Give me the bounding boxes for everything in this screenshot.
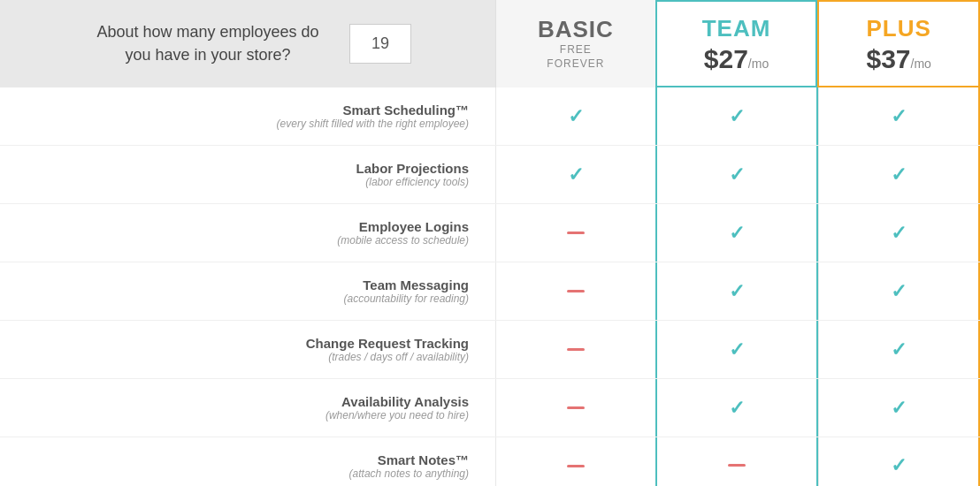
employee-question: About how many employees do you have in …	[84, 21, 332, 65]
feature-cell-team: ✓	[655, 379, 818, 437]
feature-row: Team Messaging (accountability for readi…	[0, 262, 980, 321]
plan-header-team: TEAM $27/mo	[655, 0, 818, 87]
feature-cell-basic	[495, 204, 655, 262]
feature-cell-plus: ✓	[818, 87, 980, 145]
feature-name: Availability Analysis	[18, 394, 469, 409]
feature-desc: (mobile access to schedule)	[18, 234, 469, 247]
feature-desc: (when/where you need to hire)	[18, 409, 469, 421]
feature-cell-basic	[495, 379, 655, 437]
feature-name: Labor Projections	[18, 161, 469, 176]
feature-name: Change Request Tracking	[18, 336, 469, 351]
feature-label: Change Request Tracking (trades / days o…	[0, 325, 495, 374]
header-row: About how many employees do you have in …	[0, 0, 980, 87]
feature-row: Change Request Tracking (trades / days o…	[0, 321, 980, 379]
feature-label: Employee Logins (mobile access to schedu…	[0, 209, 495, 257]
feature-cell-basic: ✓	[495, 146, 655, 203]
feature-label: Smart Notes™ (attach notes to anything)	[0, 442, 495, 486]
feature-cell-plus: ✓	[818, 437, 980, 486]
feature-row: Smart Notes™ (attach notes to anything) …	[0, 437, 980, 486]
plan-subtitle-basic: FREEFOREVER	[547, 43, 604, 71]
features-table: Smart Scheduling™ (every shift filled wi…	[0, 87, 980, 486]
feature-name: Smart Scheduling™	[18, 103, 469, 118]
feature-cell-team: ✓	[655, 146, 818, 203]
feature-cell-basic: ✓	[495, 87, 655, 145]
feature-label: Labor Projections (labor efficiency tool…	[0, 150, 495, 199]
feature-name: Team Messaging	[18, 277, 469, 292]
feature-cell-plus: ✓	[818, 204, 980, 262]
feature-desc: (attach notes to anything)	[18, 467, 469, 480]
plan-header-plus: PLUS $37/mo	[817, 0, 980, 87]
feature-cell-basic	[495, 321, 655, 378]
feature-row: Availability Analysis (when/where you ne…	[0, 379, 980, 437]
feature-cell-basic	[495, 262, 655, 320]
feature-label: Team Messaging (accountability for readi…	[0, 267, 495, 315]
employee-count-input[interactable]	[349, 24, 411, 64]
plan-name-plus: PLUS	[867, 15, 931, 42]
feature-name: Employee Logins	[18, 219, 469, 234]
feature-desc: (accountability for reading)	[18, 292, 469, 305]
plan-price-plus: $37/mo	[866, 46, 930, 72]
plan-header-basic: BASIC FREEFOREVER	[495, 0, 655, 87]
feature-row: Labor Projections (labor efficiency tool…	[0, 146, 980, 204]
feature-label: Smart Scheduling™ (every shift filled wi…	[0, 92, 495, 140]
feature-cell-plus: ✓	[818, 321, 980, 378]
feature-desc: (every shift filled with the right emplo…	[18, 118, 469, 130]
pricing-page: About how many employees do you have in …	[0, 0, 980, 486]
feature-cell-team: ✓	[655, 87, 818, 145]
employee-section: About how many employees do you have in …	[0, 0, 495, 87]
feature-cell-team: ✓	[655, 321, 818, 378]
feature-desc: (labor efficiency tools)	[18, 176, 469, 188]
plan-price-team: $27/mo	[704, 46, 769, 72]
feature-cell-plus: ✓	[818, 379, 980, 437]
feature-label: Availability Analysis (when/where you ne…	[0, 383, 495, 432]
feature-name: Smart Notes™	[18, 452, 469, 467]
feature-cell-plus: ✓	[818, 146, 980, 203]
feature-cell-plus: ✓	[818, 262, 980, 320]
feature-cell-basic	[495, 437, 655, 486]
plan-name-team: TEAM	[702, 15, 771, 42]
feature-cell-team	[655, 437, 818, 486]
feature-cell-team: ✓	[655, 262, 818, 320]
feature-row: Employee Logins (mobile access to schedu…	[0, 204, 980, 262]
plan-name-basic: BASIC	[538, 16, 614, 43]
feature-row: Smart Scheduling™ (every shift filled wi…	[0, 87, 980, 146]
feature-cell-team: ✓	[655, 204, 818, 262]
feature-desc: (trades / days off / availability)	[18, 351, 469, 363]
